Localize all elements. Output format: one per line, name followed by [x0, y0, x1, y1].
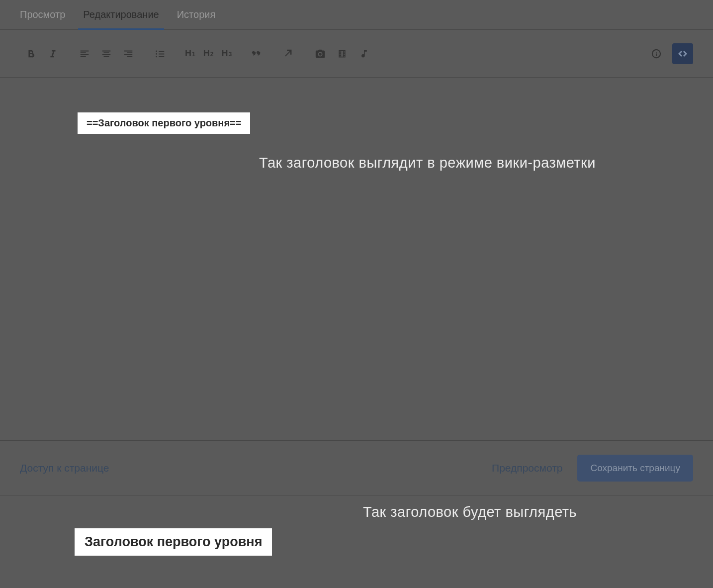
heading3-button[interactable]: H3	[221, 48, 232, 59]
tab-view[interactable]: Просмотр	[20, 0, 65, 29]
rendered-area: Так заголовок будет выглядеть Заголовок …	[0, 495, 713, 588]
footer-right: Предпросмотр Сохранить страницу	[492, 455, 693, 482]
wiki-markup-sample: ==Заголовок первого уровня==	[78, 112, 250, 134]
list-button[interactable]	[153, 47, 167, 61]
tab-history[interactable]: История	[177, 0, 216, 29]
link-button[interactable]	[281, 47, 295, 61]
bold-button[interactable]	[24, 47, 38, 61]
align-right-button[interactable]	[121, 47, 135, 61]
rendered-heading-sample: Заголовок первого уровня	[75, 528, 272, 556]
photo-button[interactable]	[313, 47, 327, 61]
audio-button[interactable]	[357, 47, 371, 61]
annotation-markup: Так заголовок выглядит в режиме вики-раз…	[259, 152, 596, 173]
toolbar-right	[649, 43, 693, 64]
page-access-link[interactable]: Доступ к странице	[20, 462, 109, 474]
align-center-button[interactable]	[99, 47, 113, 61]
editor-toolbar: H1 H2 H3	[0, 30, 713, 78]
camera-icon	[315, 48, 326, 59]
video-button[interactable]	[335, 47, 349, 61]
italic-button[interactable]	[46, 47, 60, 61]
list-icon	[155, 48, 166, 59]
quote-button[interactable]	[250, 47, 264, 61]
tab-edit[interactable]: Редактирование	[83, 0, 159, 29]
bold-icon	[25, 48, 36, 59]
heading1-button[interactable]: H1	[185, 48, 195, 59]
arrow-up-right-icon	[283, 48, 294, 59]
annotation-rendered: Так заголовок будет выглядеть	[363, 501, 577, 522]
align-left-button[interactable]	[78, 47, 91, 61]
wiki-markup-toggle[interactable]	[672, 43, 693, 64]
heading2-button[interactable]: H2	[203, 48, 214, 59]
align-center-icon	[101, 48, 112, 59]
align-right-icon	[123, 48, 134, 59]
align-left-icon	[79, 48, 90, 59]
italic-icon	[47, 48, 58, 59]
tabs-bar: Просмотр Редактирование История	[0, 0, 713, 30]
preview-link[interactable]: Предпросмотр	[492, 462, 562, 474]
film-icon	[337, 49, 347, 59]
quote-icon	[251, 48, 262, 59]
code-icon	[677, 48, 689, 60]
editor-area[interactable]: ==Заголовок первого уровня== Так заголов…	[0, 78, 713, 441]
footer-bar: Доступ к странице Предпросмотр Сохранить…	[0, 441, 713, 495]
info-icon	[651, 48, 662, 59]
save-page-button[interactable]: Сохранить страницу	[577, 455, 693, 482]
toolbar-left: H1 H2 H3	[24, 47, 383, 61]
info-button[interactable]	[649, 47, 663, 61]
music-icon	[359, 49, 369, 59]
